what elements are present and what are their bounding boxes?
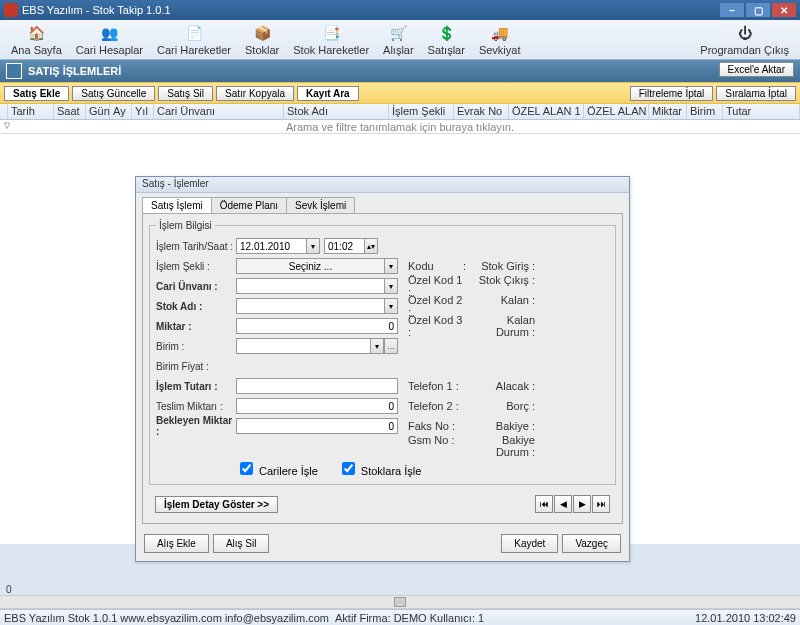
stock-move-icon: 📑 — [321, 23, 341, 43]
filter-indicator-icon: ▽ — [4, 121, 10, 130]
col-tarih[interactable]: Tarih — [8, 104, 54, 119]
cari-dropdown-icon[interactable]: ▾ — [384, 278, 398, 294]
toolbar-stoklar[interactable]: 📦Stoklar — [239, 21, 285, 58]
add-sale-button[interactable]: Satış Ekle — [4, 86, 69, 101]
col-ay[interactable]: Ay — [110, 104, 132, 119]
status-right: 12.01.2010 13:02:49 — [695, 612, 796, 624]
sekil-dropdown-icon[interactable]: ▾ — [384, 258, 398, 274]
buy-icon: 🛒 — [388, 23, 408, 43]
alis-ekle-button[interactable]: Alış Ekle — [144, 534, 209, 553]
toolbar-exit[interactable]: ⏻Programdan Çıkış — [694, 21, 795, 58]
sale-dialog: Satış - İşlemler Satış İşlemi Ödeme Plan… — [135, 176, 630, 562]
label-tutar: İşlem Tutarı : — [156, 381, 236, 392]
app-icon — [4, 3, 18, 17]
accounts-icon: 👥 — [99, 23, 119, 43]
dialog-footer: Alış Ekle Alış Sil Kaydet Vazgeç — [136, 530, 629, 561]
col-gun[interactable]: Gün — [86, 104, 110, 119]
col-oa1[interactable]: ÖZEL ALAN 1 — [509, 104, 584, 119]
check-stoklara[interactable]: Stoklara İşle — [338, 459, 422, 478]
toolbar-satislar[interactable]: 💲Satışlar — [422, 21, 471, 58]
cancel-sort-button[interactable]: Sıralama İptal — [716, 86, 796, 101]
label-birim: Birim : — [156, 341, 236, 352]
time-spinner-icon[interactable]: ▴▾ — [364, 238, 378, 254]
input-bekleyen[interactable] — [236, 418, 398, 434]
toolbar-cari-hesaplar[interactable]: 👥Cari Hesaplar — [70, 21, 149, 58]
dialog-title: Satış - İşlemler — [136, 177, 629, 193]
nav-prev-button[interactable]: ◀ — [554, 495, 572, 513]
grid-header: Tarih Saat Gün Ay Yıl Cari Ünvanı Stok A… — [0, 104, 800, 120]
nav-first-button[interactable]: ⏮ — [535, 495, 553, 513]
find-record-button[interactable]: Kayıt Ara — [297, 86, 359, 101]
excel-export-button[interactable]: Excel'e Aktar — [719, 62, 795, 77]
close-button[interactable]: ✕ — [772, 3, 796, 17]
col-stok[interactable]: Stok Adı — [284, 104, 389, 119]
section-header: SATIŞ İŞLEMLERİ — [0, 60, 800, 82]
col-tutar[interactable]: Tutar — [723, 104, 800, 119]
copy-row-button[interactable]: Satır Kopyala — [216, 86, 294, 101]
group-legend: İşlem Bilgisi — [156, 220, 215, 231]
col-birim[interactable]: Birim — [687, 104, 723, 119]
maximize-button[interactable]: ▢ — [746, 3, 770, 17]
record-nav: ⏮ ◀ ▶ ⏭ — [535, 495, 610, 513]
date-dropdown-icon[interactable]: ▾ — [306, 238, 320, 254]
statusbar: EBS Yazılım Stok 1.0.1 www.ebsyazilim.co… — [0, 609, 800, 625]
input-teslim[interactable] — [236, 398, 398, 414]
movements-icon: 📄 — [184, 23, 204, 43]
nav-next-button[interactable]: ▶ — [573, 495, 591, 513]
input-sekil[interactable] — [236, 258, 384, 274]
tab-content: İşlem Bilgisi İşlem Tarih/Saat : ▾ ▴▾ İş… — [142, 213, 623, 524]
grid-summary: 0 — [6, 584, 12, 595]
horizontal-scrollbar[interactable] — [0, 595, 800, 609]
col-evrak[interactable]: Evrak No — [454, 104, 509, 119]
col-islem[interactable]: İşlem Şekli — [389, 104, 454, 119]
save-button[interactable]: Kaydet — [501, 534, 558, 553]
stok-dropdown-icon[interactable]: ▾ — [384, 298, 398, 314]
delete-sale-button[interactable]: Satış Sil — [158, 86, 213, 101]
minimize-button[interactable]: – — [720, 3, 744, 17]
tab-odeme-plani[interactable]: Ödeme Planı — [211, 197, 287, 213]
toolbar-alislar[interactable]: 🛒Alışlar — [377, 21, 420, 58]
input-tutar[interactable] — [236, 378, 398, 394]
cancel-button[interactable]: Vazgeç — [562, 534, 621, 553]
toolbar-sevkiyat[interactable]: 🚚Sevkiyat — [473, 21, 527, 58]
col-miktar[interactable]: Miktar — [649, 104, 687, 119]
label-bekleyen: Bekleyen Miktar : — [156, 415, 236, 437]
input-miktar[interactable] — [236, 318, 398, 334]
toolbar-cari-hareketler[interactable]: 📄Cari Hareketler — [151, 21, 237, 58]
tab-satis-islemi[interactable]: Satış İşlemi — [142, 197, 212, 213]
grid-filter-row[interactable]: ▽ Arama ve filtre tanımlamak için buraya… — [0, 120, 800, 134]
window-title: EBS Yazılım - Stok Takip 1.0.1 — [22, 4, 171, 16]
titlebar: EBS Yazılım - Stok Takip 1.0.1 – ▢ ✕ — [0, 0, 800, 20]
nav-last-button[interactable]: ⏭ — [592, 495, 610, 513]
toolbar-stok-hareketler[interactable]: 📑Stok Hareketler — [287, 21, 375, 58]
input-tarih[interactable] — [236, 238, 306, 254]
label-miktar: Miktar : — [156, 321, 236, 332]
input-cari[interactable] — [236, 278, 384, 294]
section-icon — [6, 63, 22, 79]
stock-icon: 📦 — [252, 23, 272, 43]
tab-sevk-islemi[interactable]: Sevk İşlemi — [286, 197, 355, 213]
exit-icon: ⏻ — [735, 23, 755, 43]
col-saat[interactable]: Saat — [54, 104, 86, 119]
section-title: SATIŞ İŞLEMLERİ — [28, 65, 121, 77]
islem-bilgisi-group: İşlem Bilgisi İşlem Tarih/Saat : ▾ ▴▾ İş… — [149, 220, 616, 485]
sell-icon: 💲 — [436, 23, 456, 43]
col-cari[interactable]: Cari Ünvanı — [154, 104, 284, 119]
label-bfiyat: Birim Fiyat : — [156, 361, 236, 372]
birim-dropdown-icon[interactable]: ▾ — [370, 338, 384, 354]
update-sale-button[interactable]: Satış Güncelle — [72, 86, 155, 101]
birim-lookup-icon[interactable]: … — [384, 338, 398, 354]
col-oa2[interactable]: ÖZEL ALAN 2 — [584, 104, 649, 119]
label-stok: Stok Adı : — [156, 301, 236, 312]
label-teslim: Teslim Miktarı : — [156, 401, 236, 412]
detail-toggle-button[interactable]: İşlem Detay Göster >> — [155, 496, 278, 513]
status-left: EBS Yazılım Stok 1.0.1 www.ebsyazilim.co… — [4, 612, 329, 624]
alis-sil-button[interactable]: Alış Sil — [213, 534, 270, 553]
check-carilere[interactable]: Carilere İşle — [236, 459, 318, 478]
toolbar-home[interactable]: 🏠Ana Sayfa — [5, 21, 68, 58]
input-stok[interactable] — [236, 298, 384, 314]
input-birim[interactable] — [236, 338, 370, 354]
col-yil[interactable]: Yıl — [132, 104, 154, 119]
input-saat[interactable] — [324, 238, 364, 254]
cancel-filter-button[interactable]: Filtreleme İptal — [630, 86, 714, 101]
